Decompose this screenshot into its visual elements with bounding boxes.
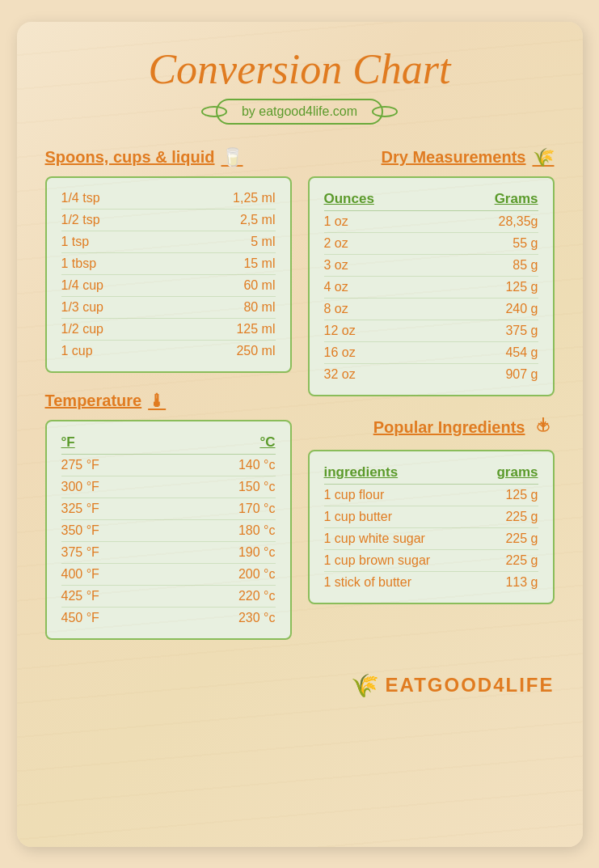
table-row: 350 °F180 °c <box>61 520 276 542</box>
table-row: 1 cup250 ml <box>61 341 276 362</box>
table-row: 1 cup white sugar225 g <box>324 528 538 550</box>
row-label: 1 cup white sugar <box>324 531 425 546</box>
wheat-icon: 🌾 <box>533 147 555 168</box>
footer-logo: EATGOOD4LIFE <box>386 674 555 697</box>
right-column: Dry Measurements 🌾 OuncesGrams1 oz28,35g… <box>308 147 555 658</box>
table-header-row: OuncesGrams <box>324 188 538 211</box>
row-label: 1/3 cup <box>61 300 103 315</box>
row-label: 350 °F <box>61 523 99 538</box>
row-label: 300 °F <box>61 480 99 494</box>
row-label: 1/4 cup <box>61 278 103 293</box>
row-label: 1 tsp <box>61 235 90 249</box>
table-row: 300 °F150 °c <box>61 476 276 498</box>
dry-table: OuncesGrams1 oz28,35g2 oz55 g3 oz85 g4 o… <box>308 176 555 396</box>
row-value: 140 °c <box>238 458 276 472</box>
dry-section: Dry Measurements 🌾 OuncesGrams1 oz28,35g… <box>308 147 555 396</box>
temperature-section: Temperature 🌡 °F°C275 °F140 °c300 °F150 … <box>45 391 292 640</box>
row-value: 5 ml <box>251 235 275 249</box>
table-row: 1/2 cup125 ml <box>61 319 276 341</box>
spoons-table: 1/4 tsp1,25 ml1/2 tsp2,5 ml1 tsp5 ml1 tb… <box>45 176 292 373</box>
main-page: Conversion Chart by eatgood4life.com Spo… <box>17 22 583 847</box>
left-column: Spoons, cups & liquid 🥛 1/4 tsp1,25 ml1/… <box>45 147 292 658</box>
row-label: 1 cup flour <box>324 488 385 502</box>
row-label: 1 stick of butter <box>324 575 412 590</box>
spoons-header: Spoons, cups & liquid 🥛 <box>45 147 292 168</box>
row-value: 28,35g <box>499 214 538 229</box>
row-value: 80 ml <box>243 300 275 315</box>
title-section: Conversion Chart by eatgood4life.com <box>45 46 555 139</box>
row-value: 125 ml <box>236 322 275 337</box>
main-content: Spoons, cups & liquid 🥛 1/4 tsp1,25 ml1/… <box>45 147 555 658</box>
row-label: 2 oz <box>324 236 348 251</box>
row-label: 8 oz <box>324 302 348 316</box>
row-label: 1 cup <box>61 344 93 358</box>
row-value: 454 g <box>505 345 538 360</box>
row-label: 1 tbsp <box>61 256 97 271</box>
table-row: 1/4 tsp1,25 ml <box>61 188 276 210</box>
table-row: 1 cup flour125 g <box>324 485 538 506</box>
row-label: 1/2 tsp <box>61 213 100 227</box>
row-label: 12 oz <box>324 324 356 338</box>
col-ingredients: ingredients <box>324 464 399 481</box>
table-row: 1/2 tsp2,5 ml <box>61 210 276 231</box>
row-value: 170 °c <box>238 502 276 516</box>
row-label: 400 °F <box>61 567 99 582</box>
row-label: 3 oz <box>324 258 348 273</box>
row-label: 1 oz <box>324 214 348 229</box>
row-value: 225 g <box>505 553 538 568</box>
table-row: 1 tbsp15 ml <box>61 253 276 275</box>
row-value: 125 g <box>505 280 538 294</box>
table-row: 4 oz125 g <box>324 277 538 299</box>
table-row: 1/4 cup60 ml <box>61 275 276 297</box>
table-row: 1 cup butter225 g <box>324 506 538 528</box>
col-f: °F <box>61 434 75 451</box>
row-value: 225 g <box>505 510 538 524</box>
footer-wheat-icon: 🌾 <box>351 672 379 699</box>
row-value: 55 g <box>513 236 538 251</box>
table-row: 325 °F170 °c <box>61 498 276 520</box>
table-row: 375 °F190 °c <box>61 542 276 564</box>
row-value: 150 °c <box>238 480 276 494</box>
table-row: 8 oz240 g <box>324 299 538 320</box>
table-row: 275 °F140 °c <box>61 455 276 476</box>
row-label: 16 oz <box>324 345 356 360</box>
table-header-row: ingredientsgrams <box>324 461 538 485</box>
col-grams: Grams <box>495 191 538 207</box>
row-label: 450 °F <box>61 611 99 625</box>
row-value: 125 g <box>505 488 538 502</box>
row-value: 225 g <box>505 531 538 546</box>
row-value: 180 °c <box>238 523 276 538</box>
table-row: 2 oz55 g <box>324 233 538 255</box>
table-row: 1/3 cup80 ml <box>61 297 276 319</box>
row-value: 15 ml <box>243 256 275 271</box>
table-row: 32 oz907 g <box>324 364 538 385</box>
table-row: 12 oz375 g <box>324 320 538 342</box>
temperature-header: Temperature 🌡 <box>45 391 292 412</box>
footer: 🌾 EATGOOD4LIFE <box>45 672 555 699</box>
ingredients-section: Popular Ingredients ingre <box>308 414 555 604</box>
dry-header: Dry Measurements 🌾 <box>308 147 555 168</box>
row-label: 375 °F <box>61 545 99 560</box>
row-value: 190 °c <box>238 545 276 560</box>
row-value: 220 °c <box>238 589 276 603</box>
thermometer-icon: 🌡 <box>148 391 166 412</box>
row-label: 1/2 cup <box>61 322 103 337</box>
table-row: 3 oz85 g <box>324 255 538 277</box>
row-label: 425 °F <box>61 589 99 603</box>
whisk-icon <box>532 414 555 442</box>
table-header-row: °F°C <box>61 431 276 455</box>
row-label: 1 cup butter <box>324 510 393 524</box>
row-value: 2,5 ml <box>240 213 276 227</box>
table-row: 425 °F220 °c <box>61 586 276 608</box>
row-value: 1,25 ml <box>233 191 275 205</box>
row-value: 85 g <box>513 258 538 273</box>
table-row: 1 tsp5 ml <box>61 231 276 253</box>
row-label: 4 oz <box>324 280 348 294</box>
ingredients-label: Popular Ingredients <box>373 418 525 437</box>
spoons-label: Spoons, cups & liquid <box>45 148 215 167</box>
row-value: 200 °c <box>238 567 276 582</box>
temperature-table: °F°C275 °F140 °c300 °F150 °c325 °F170 °c… <box>45 420 292 640</box>
row-value: 375 g <box>505 324 538 338</box>
row-label: 32 oz <box>324 367 356 382</box>
row-value: 240 g <box>505 302 538 316</box>
